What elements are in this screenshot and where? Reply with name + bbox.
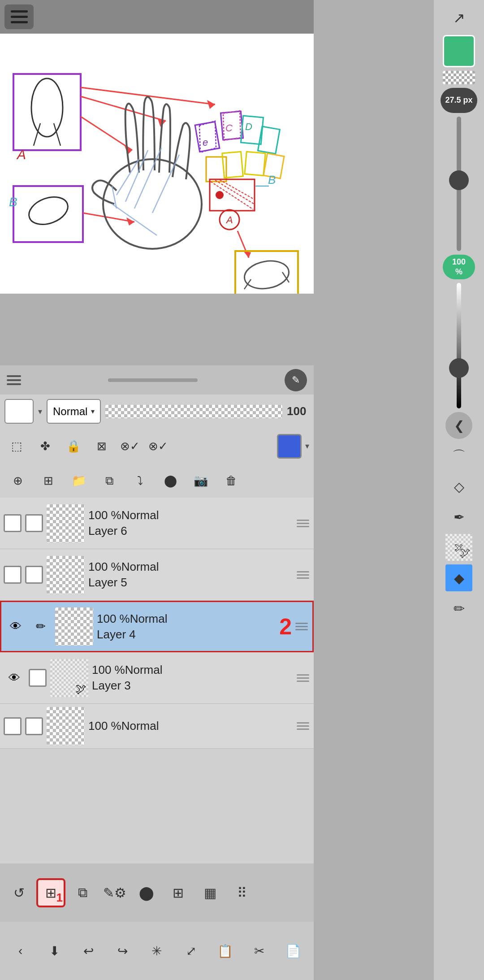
gray-workspace <box>0 294 314 365</box>
layer-row[interactable]: 100 %Normal <box>0 704 314 749</box>
chevron-down-icon[interactable]: ▾ <box>38 407 42 416</box>
layer-lock-checkbox[interactable] <box>25 566 43 584</box>
layer-tools-row: ⬚ ✤ 🔒 ⊠ ⊗✓ ⊗✓ ▾ <box>0 428 314 464</box>
lasso-icon[interactable]: ⌒ <box>445 442 472 469</box>
collapse-panel-button[interactable]: ❮ <box>445 412 472 439</box>
grid-icon[interactable]: ⊞ <box>164 878 193 907</box>
layer-mode-text: 100 %Normal <box>88 508 293 522</box>
transform-icon[interactable]: ✤ <box>33 434 57 459</box>
layer-drag-handle[interactable] <box>295 623 309 630</box>
clipboard-icon[interactable]: 📋 <box>211 937 240 966</box>
canvas-area[interactable]: A B <box>0 34 314 294</box>
svg-rect-0 <box>0 34 314 294</box>
duplicate-layer-icon[interactable]: ⧉ <box>96 468 123 494</box>
panel-drag-handle[interactable] <box>108 378 198 382</box>
merge-layer-icon[interactable]: ⤵ <box>126 468 153 494</box>
layer-info-active: 100 %Normal Layer 4 <box>97 612 276 642</box>
delete-layer-icon[interactable]: 🗑 <box>218 468 245 494</box>
redo-nav-icon[interactable]: ↪ <box>108 937 137 966</box>
transform-nav-icon[interactable]: ⤢ <box>177 937 206 966</box>
brush-size-indicator[interactable]: 27.5 px <box>441 88 477 113</box>
layer-lock-checkbox[interactable] <box>25 717 43 735</box>
layer-drag-handle[interactable] <box>297 571 310 579</box>
layer-row[interactable]: 👁 100 %Normal Layer 3 <box>0 652 314 704</box>
layer-eye-icon[interactable]: 👁 <box>4 667 25 689</box>
color-slider-track <box>457 283 461 408</box>
undo-icon[interactable]: ↺ <box>4 878 34 907</box>
layer-pencil-icon[interactable]: ✏ <box>30 616 52 637</box>
brush-slider[interactable] <box>450 117 468 251</box>
svg-text:B: B <box>268 173 276 186</box>
clear-mask2-icon[interactable]: ⊗✓ <box>146 434 170 459</box>
birds-icon[interactable]: 🕊 <box>445 534 472 561</box>
color-slider[interactable] <box>450 283 468 408</box>
layer-visibility-checkbox[interactable] <box>4 514 22 532</box>
layer-color-button[interactable] <box>277 434 302 459</box>
layer-thumbnail <box>47 556 85 594</box>
layer-blend-icon[interactable]: ⧉ <box>68 878 97 907</box>
blend-mode-chevron-icon: ▾ <box>91 407 95 416</box>
undo-nav-icon[interactable]: ↩ <box>74 937 103 966</box>
layer-visibility-checkbox[interactable] <box>4 717 22 735</box>
import-icon[interactable]: ⬇ <box>40 937 69 966</box>
layers-button[interactable]: ⊞ 1 <box>36 878 65 907</box>
layer-eye-icon[interactable]: 👁 <box>5 616 26 637</box>
layer-mode-text: 100 %Normal <box>88 560 293 574</box>
layer-drag-handle[interactable] <box>297 722 310 730</box>
stamp-icon[interactable]: ⬤ <box>132 878 161 907</box>
layer-drag-handle[interactable] <box>297 674 310 682</box>
slider-thumb[interactable] <box>449 170 469 190</box>
burst-icon[interactable]: ✳ <box>142 937 171 966</box>
layer-visibility-checkbox[interactable] <box>4 566 22 584</box>
select-all-icon[interactable]: ⬚ <box>4 434 29 459</box>
lock-alpha-icon[interactable]: ⊠ <box>89 434 114 459</box>
layer-drag-handle[interactable] <box>297 520 310 527</box>
layer-row-active[interactable]: 👁 ✏ 100 %Normal Layer 4 2 <box>0 601 314 652</box>
blend-mode-row: ▾ Normal ▾ 100 <box>0 395 314 428</box>
eraser-icon[interactable]: ◇ <box>445 473 472 500</box>
layer-panel-topbar: ✎ <box>0 365 314 395</box>
layer-name-text: Layer 4 <box>97 628 276 642</box>
layer-lock-checkbox[interactable] <box>25 514 43 532</box>
paste-icon[interactable]: 📄 <box>279 937 308 966</box>
layer-lock-checkbox[interactable] <box>29 669 47 687</box>
color-chevron-icon[interactable]: ▾ <box>305 441 309 451</box>
svg-text:C: C <box>225 122 233 134</box>
camera-icon[interactable]: 📷 <box>187 468 214 494</box>
layer-color-picker[interactable] <box>4 399 34 424</box>
pencil-tool-icon[interactable]: ✎⚙ <box>100 878 129 907</box>
filmstrip-icon[interactable]: ▦ <box>195 878 225 907</box>
dots-grid-icon[interactable]: ⠿ <box>227 878 256 907</box>
back-icon[interactable]: ‹ <box>6 937 35 966</box>
opacity-badge[interactable]: 100% <box>443 255 475 279</box>
layer-row[interactable]: 100 %Normal Layer 6 <box>0 498 314 549</box>
layer-name-text: Layer 3 <box>92 679 293 693</box>
layer-mode-text: 100 %Normal <box>97 612 276 626</box>
layer-info: 100 %Normal Layer 5 <box>88 560 293 590</box>
blend-mode-dropdown[interactable]: Normal ▾ <box>47 399 101 424</box>
lock-icon[interactable]: 🔒 <box>61 434 86 459</box>
new-layer-icon[interactable]: ⊕ <box>4 468 31 494</box>
mask-layer-icon[interactable]: ⬤ <box>157 468 184 494</box>
layer-info: 100 %Normal Layer 3 <box>92 663 293 693</box>
layers-icon: ⊞ <box>45 885 56 901</box>
pen-icon[interactable]: ✒ <box>445 503 472 530</box>
pencil-settings-icon[interactable]: ✎ <box>285 369 307 391</box>
cut-icon[interactable]: ✂ <box>245 937 274 966</box>
new-folder-icon[interactable]: 📁 <box>65 468 92 494</box>
color-swatch[interactable] <box>443 35 475 67</box>
new-group-icon[interactable]: ⊞ <box>35 468 62 494</box>
layer-panel-menu[interactable] <box>7 375 21 385</box>
menu-button[interactable] <box>4 4 34 29</box>
layer-row[interactable]: 100 %Normal Layer 5 <box>0 549 314 601</box>
color-slider-thumb[interactable] <box>449 358 469 378</box>
transparent-swatch <box>443 71 475 84</box>
pen2-icon[interactable]: ✏ <box>445 595 472 622</box>
expand-icon[interactable]: ↗ <box>445 4 472 31</box>
layer-opacity-slider[interactable] <box>105 405 282 418</box>
svg-text:D: D <box>245 121 252 132</box>
layer-info: 100 %Normal <box>88 719 293 733</box>
clear-mask-icon[interactable]: ⊗✓ <box>117 434 142 459</box>
diamond-icon[interactable]: ◆ <box>445 564 472 591</box>
svg-text:B: B <box>9 195 17 209</box>
